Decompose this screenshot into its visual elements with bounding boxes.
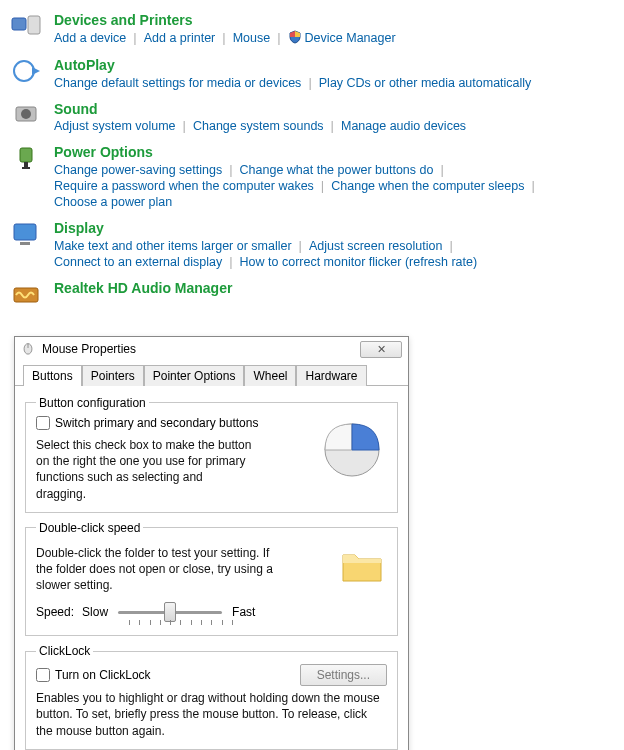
category-icon [10,57,44,87]
task-link[interactable]: Require a password when the computer wak… [54,179,314,193]
task-link[interactable]: Change when the computer sleeps [331,179,524,193]
category-row: AutoPlayChange default settings for medi… [10,57,614,91]
category-icon [10,144,44,174]
task-link[interactable]: Manage audio devices [341,119,466,133]
svg-rect-1 [28,16,40,34]
double-click-speed-legend: Double-click speed [36,521,143,535]
category-row: Realtek HD Audio Manager [10,280,614,310]
separator: | [331,118,334,133]
svg-rect-6 [20,148,32,162]
task-link[interactable]: How to correct monitor flicker (refresh … [240,255,478,269]
category-heading[interactable]: Display [54,220,614,237]
task-link[interactable]: Change system sounds [193,119,324,133]
category-icon [10,280,44,310]
task-link[interactable]: Adjust screen resolution [309,239,442,253]
task-link[interactable]: Add a device [54,31,126,45]
svg-point-2 [14,61,34,81]
svg-rect-8 [14,224,36,240]
shield-icon [288,30,302,47]
task-link[interactable]: Choose a power plan [54,195,172,209]
svg-marker-3 [32,67,40,75]
fast-label: Fast [232,605,255,619]
svg-point-5 [21,109,31,119]
category-row: Devices and PrintersAdd a device|Add a p… [10,12,614,47]
tab-pointer-options[interactable]: Pointer Options [144,365,245,386]
separator: | [321,178,324,193]
clicklock-fieldset: ClickLock Turn on ClickLock Settings... … [25,644,398,750]
button-configuration-fieldset: Button configuration Switch primary and … [25,396,398,513]
slow-label: Slow [82,605,108,619]
category-row: DisplayMake text and other items larger … [10,220,614,270]
switch-primary-secondary-checkbox[interactable]: Switch primary and secondary buttons [36,416,258,430]
separator: | [133,30,136,45]
task-link[interactable]: Add a printer [144,31,216,45]
separator: | [449,238,452,253]
category-heading[interactable]: AutoPlay [54,57,614,74]
category-heading[interactable]: Realtek HD Audio Manager [54,280,614,297]
close-button[interactable]: ✕ [360,341,402,358]
tab-buttons[interactable]: Buttons [23,365,82,386]
clicklock-legend: ClickLock [36,644,93,658]
mouse-icon [21,341,35,358]
tab-pointers[interactable]: Pointers [82,365,144,386]
double-click-description: Double-click the folder to test your set… [36,545,286,594]
separator: | [308,75,311,90]
separator: | [299,238,302,253]
task-link[interactable]: Change what the power buttons do [240,163,434,177]
clicklock-description: Enables you to highlight or drag without… [36,690,387,739]
tab-wheel[interactable]: Wheel [244,365,296,386]
speed-label: Speed: [36,605,74,619]
svg-rect-9 [20,242,30,245]
task-link[interactable]: Change power-saving settings [54,163,222,177]
category-icon [10,220,44,250]
double-click-speed-fieldset: Double-click speed Double-click the fold… [25,521,398,637]
separator: | [277,30,280,45]
tab-hardware[interactable]: Hardware [296,365,366,386]
task-link[interactable]: Connect to an external display [54,255,222,269]
task-link[interactable]: Adjust system volume [54,119,176,133]
category-heading[interactable]: Sound [54,101,614,118]
category-heading[interactable]: Devices and Printers [54,12,614,29]
dialog-title: Mouse Properties [42,342,136,356]
separator: | [531,178,534,193]
button-configuration-description: Select this check box to make the button… [36,437,256,502]
separator: | [229,254,232,269]
category-row: SoundAdjust system volume|Change system … [10,101,614,135]
svg-rect-10 [14,288,38,302]
mouse-illustration [317,416,387,476]
category-icon [10,12,44,42]
separator: | [229,162,232,177]
category-heading[interactable]: Power Options [54,144,614,161]
task-link[interactable]: Play CDs or other media automatically [319,76,532,90]
separator: | [183,118,186,133]
separator: | [440,162,443,177]
clicklock-settings-button: Settings... [300,664,387,686]
task-link[interactable]: Change default settings for media or dev… [54,76,301,90]
category-row: Power OptionsChange power-saving setting… [10,144,614,210]
button-configuration-legend: Button configuration [36,396,149,410]
category-icon [10,101,44,131]
task-link[interactable]: Device Manager [305,31,396,45]
folder-test-icon[interactable] [337,541,387,583]
svg-rect-0 [12,18,26,30]
task-link[interactable]: Mouse [233,31,271,45]
task-link[interactable]: Make text and other items larger or smal… [54,239,292,253]
turn-on-clicklock-checkbox[interactable]: Turn on ClickLock [36,668,151,682]
separator: | [222,30,225,45]
mouse-properties-dialog: Mouse Properties ✕ ButtonsPointersPointe… [14,336,409,750]
double-click-speed-slider[interactable] [118,603,222,621]
